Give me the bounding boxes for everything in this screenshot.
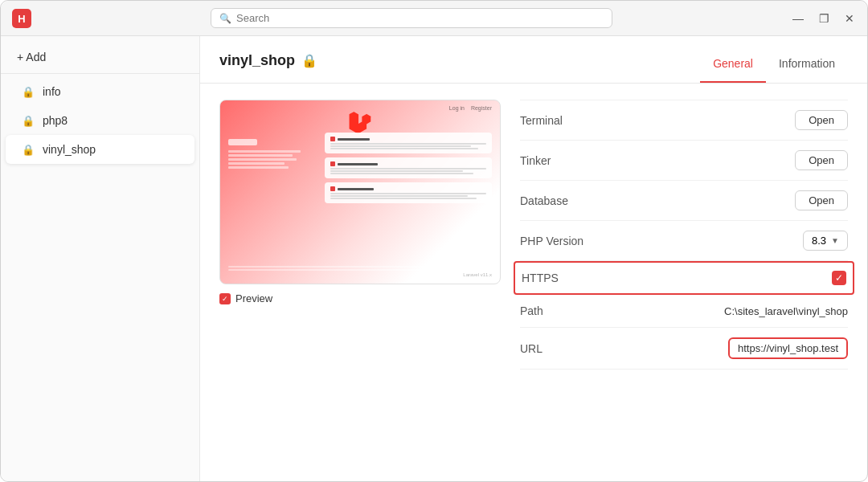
svg-text:H: H [18, 13, 25, 25]
restore-button[interactable]: ❐ [816, 10, 832, 27]
search-bar[interactable]: 🔍 [211, 8, 612, 28]
sidebar-divider [1, 73, 199, 74]
minimize-button[interactable]: — [790, 10, 806, 27]
sidebar-item-vinyl-shop[interactable]: 🔒 vinyl_shop [6, 135, 194, 164]
path-row: Path C:\sites_laravel\vinyl_shop [520, 295, 848, 328]
lock-icon: 🔒 [22, 115, 35, 127]
sidebar: + Add 🔒 info 🔒 php8 🔒 vinyl_shop [1, 36, 200, 481]
database-open-button[interactable]: Open [795, 190, 848, 210]
url-row: URL https://vinyl_shop.test [520, 328, 848, 370]
path-label: Path [520, 304, 543, 317]
preview-panel: Log in Register [219, 100, 501, 465]
terminal-label: Terminal [520, 114, 563, 127]
content-title: vinyl_shop 🔒 [219, 52, 317, 80]
preview-login-link: Log in [449, 105, 465, 111]
tinker-row: Tinker Open [520, 141, 848, 181]
php-version-select[interactable]: 8.3 ▼ [803, 231, 848, 251]
content-area: vinyl_shop 🔒 General Information Log in … [200, 36, 867, 481]
chevron-down-icon: ▼ [831, 236, 839, 245]
preview-register-link: Register [471, 105, 492, 111]
terminal-open-button[interactable]: Open [795, 110, 848, 130]
app-logo: H [10, 7, 33, 30]
search-icon: 🔍 [219, 13, 231, 24]
https-checkbox[interactable]: ✓ [832, 271, 846, 285]
lock-icon: 🔒 [22, 86, 35, 98]
sidebar-item-label: vinyl_shop [43, 143, 96, 156]
sidebar-item-label: php8 [43, 114, 68, 127]
database-label: Database [520, 194, 568, 207]
preview-frame: Log in Register [219, 100, 501, 284]
database-row: Database Open [520, 181, 848, 221]
preview-checkbox-row[interactable]: ✓ Preview [219, 292, 501, 304]
title-text: vinyl_shop [219, 52, 295, 69]
laravel-logo [349, 112, 371, 134]
path-value: C:\sites_laravel\vinyl_shop [724, 305, 848, 317]
php-version-value: 8.3 [812, 235, 826, 247]
sidebar-item-php8[interactable]: 🔒 php8 [6, 106, 194, 135]
content-body: Log in Register [200, 84, 867, 481]
sidebar-item-label: info [43, 85, 61, 98]
content-tabs: General Information [700, 49, 848, 83]
preview-checkbox[interactable]: ✓ [219, 293, 231, 304]
php-version-label: PHP Version [520, 235, 583, 247]
title-lock-icon: 🔒 [301, 53, 317, 68]
content-header: vinyl_shop 🔒 General Information [200, 36, 867, 84]
php-version-row: PHP Version 8.3 ▼ [520, 221, 848, 261]
tab-information[interactable]: Information [766, 49, 848, 83]
titlebar: H 🔍 — ❐ ✕ [1, 1, 867, 36]
search-input[interactable] [236, 12, 604, 24]
add-button[interactable]: + Add [1, 44, 199, 70]
terminal-row: Terminal Open [520, 100, 848, 141]
https-row: HTTPS ✓ [514, 261, 854, 295]
url-label: URL [520, 342, 542, 355]
https-label: HTTPS [522, 272, 559, 284]
details-panel: Terminal Open Tinker Open Database Open … [520, 100, 848, 465]
tab-general[interactable]: General [700, 49, 766, 83]
tinker-open-button[interactable]: Open [795, 150, 848, 170]
main-layout: + Add 🔒 info 🔒 php8 🔒 vinyl_shop vinyl_s… [1, 36, 867, 481]
close-button[interactable]: ✕ [841, 10, 858, 27]
tinker-label: Tinker [520, 154, 551, 167]
window-controls: — ❐ ✕ [790, 10, 858, 27]
url-value-box[interactable]: https://vinyl_shop.test [728, 337, 848, 359]
preview-label: Preview [235, 292, 272, 304]
lock-icon: 🔒 [22, 144, 35, 156]
sidebar-item-info[interactable]: 🔒 info [6, 77, 194, 106]
